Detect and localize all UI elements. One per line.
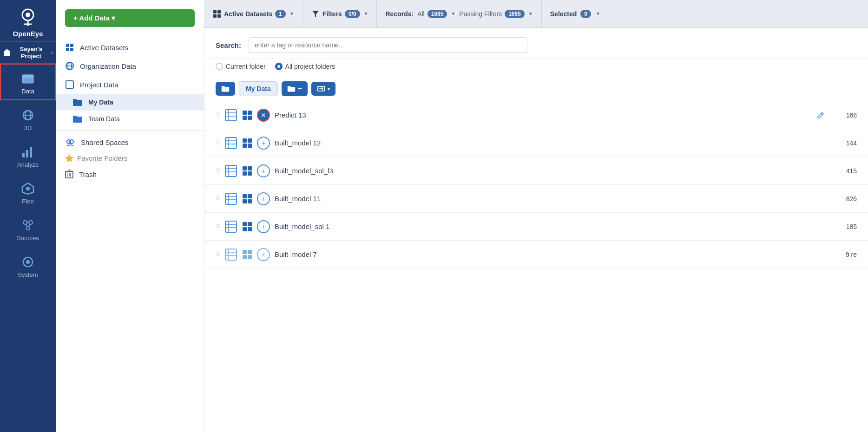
row-count: 415 xyxy=(829,167,857,175)
svg-rect-77 xyxy=(225,221,237,232)
select-button[interactable]: + xyxy=(257,192,270,205)
org-data-label: Organization Data xyxy=(80,62,136,70)
row-name: Built_model 11 xyxy=(275,195,824,203)
sidebar-item-favorites[interactable]: Favorite Folders xyxy=(56,151,204,165)
active-datasets-toolbar-label: Active Datasets xyxy=(224,10,272,18)
nav-item-sources[interactable]: Sources xyxy=(0,210,56,247)
folder-toolbar: My Data + ▾ xyxy=(204,77,868,101)
shared-spaces-label: Shared Spaces xyxy=(81,138,129,146)
nav-item-floe[interactable]: Floe xyxy=(0,174,56,210)
grid-row-icon xyxy=(242,110,252,120)
all-folders-option[interactable]: All project folders xyxy=(275,63,335,70)
nav-item-system[interactable]: System xyxy=(0,247,56,284)
svg-rect-21 xyxy=(66,44,69,47)
select-button[interactable]: + xyxy=(257,248,270,261)
all-folders-radio[interactable] xyxy=(275,63,283,70)
nav-item-3d[interactable]: 3D xyxy=(0,100,56,137)
passing-label: Passing Filters xyxy=(459,10,502,18)
passing-count: 1685 xyxy=(505,10,525,18)
sidebar-item-org-data[interactable]: Organization Data xyxy=(56,57,204,75)
svg-line-18 xyxy=(29,224,30,226)
nav-item-data[interactable]: Data xyxy=(0,64,56,100)
current-folder-radio[interactable] xyxy=(216,63,223,70)
move-button[interactable]: ▾ xyxy=(311,82,335,96)
sidebar-item-active-datasets[interactable]: Active Datasets xyxy=(56,38,204,57)
toolbar-active-datasets[interactable]: Active Datasets 1 ▼ xyxy=(204,0,303,27)
favorites-label: Favorite Folders xyxy=(77,154,127,162)
nav-sources-label: Sources xyxy=(17,235,39,242)
svg-rect-60 xyxy=(248,144,252,148)
svg-rect-59 xyxy=(243,144,247,148)
svg-rect-44 xyxy=(225,110,237,121)
table-icon xyxy=(224,109,237,122)
folder-icon xyxy=(221,85,230,92)
svg-rect-28 xyxy=(66,81,73,88)
toolbar-selected[interactable]: Selected 0 ▼ xyxy=(542,0,868,27)
app-logo: OpenEye xyxy=(0,0,56,42)
records-all[interactable]: All 1685 ▼ xyxy=(417,10,455,18)
deselect-button[interactable]: ✕ xyxy=(257,109,270,122)
nav-item-analyze[interactable]: Analyze xyxy=(0,137,56,174)
grid-row-icon xyxy=(242,138,252,148)
project-selector[interactable]: Sayan's Project › xyxy=(0,42,56,64)
svg-line-52 xyxy=(821,113,822,115)
svg-rect-5 xyxy=(22,75,33,78)
my-data-tab-label: My Data xyxy=(246,85,271,92)
svg-rect-92 xyxy=(248,255,252,259)
table-icon xyxy=(224,164,237,177)
table-row[interactable]: ⠿ + Built_model 11 826 xyxy=(204,185,868,213)
drag-handle: ⠿ xyxy=(216,168,220,174)
current-folder-option[interactable]: Current folder xyxy=(216,63,266,70)
svg-rect-10 xyxy=(26,150,28,157)
records-label: Records: xyxy=(385,10,414,18)
main-content: Active Datasets 1 ▼ Filters 0/0 ▼ Record… xyxy=(204,0,868,432)
table-icon xyxy=(224,220,237,233)
svg-rect-81 xyxy=(243,222,247,226)
my-data-tab[interactable]: My Data xyxy=(239,81,278,96)
filter-icon xyxy=(311,10,320,18)
selected-label: Selected xyxy=(550,10,577,18)
sidebar: + Add Data ▾ Active Datasets Organizatio… xyxy=(56,0,204,432)
table-icon xyxy=(224,137,237,150)
select-button[interactable]: + xyxy=(257,164,270,177)
sidebar-item-my-data[interactable]: My Data xyxy=(56,94,204,111)
svg-rect-89 xyxy=(243,250,247,254)
search-label: Search: xyxy=(216,41,241,49)
records-passing[interactable]: Passing Filters 1685 ▼ xyxy=(459,10,533,18)
new-folder-button[interactable]: + xyxy=(282,81,308,96)
svg-rect-91 xyxy=(243,255,247,259)
select-button[interactable]: + xyxy=(257,137,270,150)
team-data-label: Team Data xyxy=(88,115,120,123)
folder-navigate-btn[interactable] xyxy=(216,82,235,96)
search-input[interactable] xyxy=(249,37,527,53)
folder-plus-icon xyxy=(287,85,296,92)
active-datasets-label: Active Datasets xyxy=(80,44,128,52)
content-area: Search: Current folder All project folde… xyxy=(204,28,868,432)
sidebar-item-trash[interactable]: Trash xyxy=(56,165,204,183)
search-bar: Search: xyxy=(204,28,868,59)
all-label: All xyxy=(417,10,425,18)
table-row[interactable]: ⠿ + Built_model 7 9 re xyxy=(204,241,868,268)
sidebar-item-project-data[interactable]: Project Data xyxy=(56,75,204,94)
drag-handle: ⠿ xyxy=(216,251,220,258)
filters-toolbar-label: Filters xyxy=(322,10,342,18)
row-name: Built_model_sol 1 xyxy=(275,223,824,230)
table-row[interactable]: ⠿ + Built_model 12 144 xyxy=(204,129,868,157)
row-count: 9 re xyxy=(829,251,857,258)
svg-rect-11 xyxy=(30,147,32,157)
svg-rect-38 xyxy=(213,10,217,13)
toolbar-filters[interactable]: Filters 0/0 ▼ xyxy=(303,0,377,27)
sidebar-item-shared-spaces[interactable]: Shared Spaces xyxy=(56,133,204,151)
left-navigation: OpenEye Sayan's Project › Data 3D Analyz… xyxy=(0,0,56,432)
add-data-button[interactable]: + Add Data ▾ xyxy=(65,9,195,27)
table-icon xyxy=(224,248,237,261)
select-button[interactable]: + xyxy=(257,220,270,233)
svg-rect-57 xyxy=(243,138,247,143)
table-row[interactable]: ⠿ + Built_model_sol_l3 415 xyxy=(204,157,868,185)
svg-rect-58 xyxy=(248,138,252,143)
sidebar-item-team-data[interactable]: Team Data xyxy=(56,111,204,127)
table-row[interactable]: ⠿ + Built_model_sol 1 185 xyxy=(204,213,868,241)
svg-rect-23 xyxy=(66,48,69,51)
edit-icon[interactable] xyxy=(817,111,824,119)
table-row[interactable]: ⠿ ✕ Predict 13 xyxy=(204,101,868,129)
